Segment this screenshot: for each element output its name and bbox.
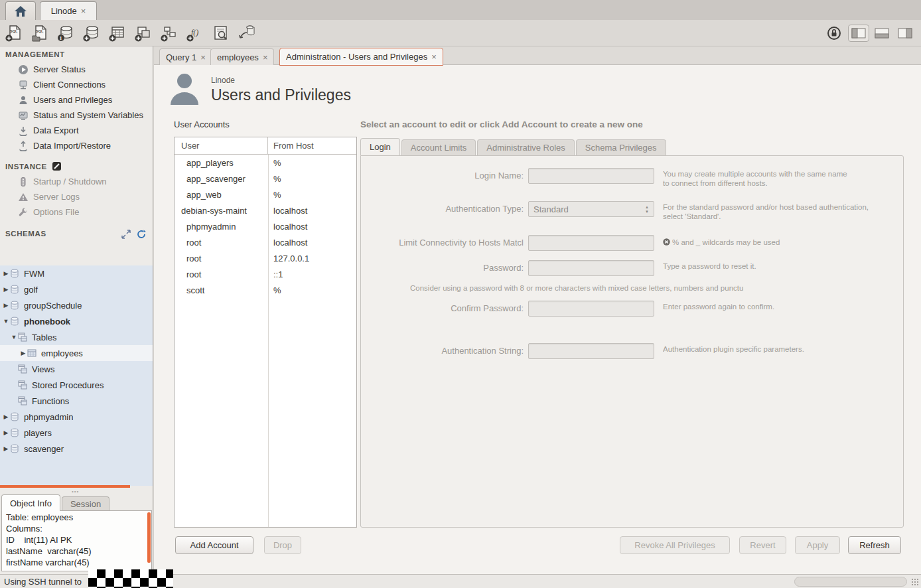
schema-tree-item-scavenger[interactable]: ▶ scavenger [0,441,153,457]
add-account-button[interactable]: Add Account [175,536,253,554]
revoke-all-privileges-button[interactable]: Revoke All Privileges [620,536,730,554]
drop-button[interactable]: Drop [264,536,301,554]
user-accounts-label: User Accounts [174,119,230,129]
schema-tree-item-employees[interactable]: ▶ employees [0,345,153,361]
schema-tree-item-fwm[interactable]: ▶ FWM [0,265,153,281]
create-table-icon[interactable] [109,25,126,42]
tab-session[interactable]: Session [62,496,109,511]
schema-tree-item-groupschedule[interactable]: ▶ groupSchedule [0,297,153,313]
tab-administrative-roles[interactable]: Administrative Roles [477,139,575,155]
apply-button[interactable]: Apply [795,536,840,554]
refresh-schemas-icon[interactable] [137,230,146,239]
tree-scroll-indicator[interactable] [0,485,130,488]
toggle-left-panel-button[interactable] [848,25,869,42]
create-view-icon[interactable] [135,25,152,42]
expand-arrow-icon[interactable]: ▶ [3,286,9,293]
sidebar-item-client-connections[interactable]: Client Connections [0,77,153,92]
close-icon[interactable]: × [200,52,206,62]
sidebar-item-status-system-variables[interactable]: Status and System Variables [0,108,153,123]
select-spinner-icon[interactable]: ▲▼ [643,203,651,216]
expand-schemas-icon[interactable] [121,230,131,239]
expand-arrow-icon[interactable]: ▶ [3,302,9,309]
expand-arrow-icon[interactable]: ▶ [3,429,9,436]
login-name-help: You may create multiple accounts with th… [663,169,847,188]
revert-button[interactable]: Revert [739,536,786,554]
schema-tree-item-functions[interactable]: Functions [0,393,153,409]
auth-string-input[interactable] [528,343,654,359]
schema-tree-item-phonebook[interactable]: ▼ phonebook [0,313,153,329]
expand-arrow-icon[interactable]: ▶ [3,270,9,277]
tab-administration-users-privileges[interactable]: Administration - Users and Privileges × [279,48,443,66]
sidebar-item-server-status[interactable]: Server Status [0,62,153,77]
schema-icon [9,443,20,454]
table-row[interactable]: app_web % [175,186,356,202]
expand-arrow-icon[interactable]: ▶ [3,413,9,420]
close-icon[interactable]: × [263,52,268,62]
sidebar-item-users-and-privileges[interactable]: Users and Privileges [0,92,153,108]
limit-hosts-input[interactable] [528,235,654,251]
toggle-bottom-panel-button[interactable] [871,25,892,42]
object-info-scrollbar[interactable] [147,512,151,563]
sidebar-item-options-file[interactable]: Options File [0,204,153,220]
close-icon[interactable]: × [431,52,437,62]
system-variables-icon [18,110,29,121]
auth-type-select[interactable]: Standard ▲▼ [528,201,654,217]
account-editor-tabs: Login Account Limits Administrative Role… [360,138,666,155]
schema-tree-item-stored-procedures[interactable]: Stored Procedures [0,377,153,393]
sidebar-item-data-export[interactable]: Data Export [0,123,153,138]
auth-type-label: Authentication Type: [361,204,524,214]
tab-account-limits[interactable]: Account Limits [401,139,476,155]
resize-grip[interactable] [911,578,919,586]
home-tab[interactable] [5,1,36,20]
table-header: User From Host [175,137,356,155]
schema-tree-item-players[interactable]: ▶ players [0,425,153,441]
confirm-password-input[interactable] [528,301,654,317]
tab-query-1[interactable]: Query 1 × [159,48,212,65]
sidebar-item-data-import-restore[interactable]: Data Import/Restore [0,138,153,153]
table-row[interactable]: app_players % [175,155,356,171]
login-name-input[interactable] [528,168,654,184]
table-row[interactable]: debian-sys-maint localhost [175,202,356,218]
open-sql-file-icon[interactable]: SQL [31,25,48,42]
table-row[interactable]: app_scavenger % [175,171,356,186]
column-header-from-host[interactable]: From Host [268,141,314,151]
schema-tree-item-phpmyadmin[interactable]: ▶ phpmyadmin [0,409,153,425]
table-row[interactable]: scott % [175,282,356,298]
tab-login[interactable]: Login [360,138,400,155]
sidebar-item-server-logs[interactable]: Server Logs [0,189,153,204]
connection-tab-linode[interactable]: Linode × [40,1,97,20]
collapse-arrow-icon[interactable]: ▼ [3,318,9,325]
reconnect-database-icon[interactable] [238,25,255,42]
home-icon [14,5,27,17]
horizontal-scrollbar[interactable] [794,577,907,587]
schema-icon [9,300,20,311]
schema-tree-item-views[interactable]: Views [0,361,153,377]
sidebar-item-startup-shutdown[interactable]: Startup / Shutdown [0,174,153,189]
tab-employees[interactable]: employees × [210,48,274,65]
table-row[interactable]: root localhost [175,234,356,250]
schema-tree-item-golf[interactable]: ▶ golf [0,281,153,297]
table-row[interactable]: root ::1 [175,266,356,282]
collapse-arrow-icon[interactable]: ▼ [11,334,17,340]
refresh-button[interactable]: Refresh [848,536,901,554]
tab-object-info[interactable]: Object Info [1,494,60,511]
create-procedure-icon[interactable] [161,25,178,42]
create-schema-icon[interactable] [83,25,100,42]
table-row[interactable]: root 127.0.0.1 [175,250,356,266]
lock-status-icon[interactable] [827,26,841,40]
password-input[interactable] [528,260,654,276]
expand-arrow-icon[interactable]: ▶ [3,445,9,452]
new-sql-tab-icon[interactable]: SQL [5,25,23,42]
close-icon[interactable]: × [81,6,86,16]
column-header-user[interactable]: User [175,137,268,155]
create-function-icon[interactable]: f() [186,25,204,42]
expand-arrow-icon[interactable]: ▶ [20,350,27,356]
window-tab-bar: Linode × [0,0,921,20]
table-row[interactable]: phpmyadmin localhost [175,218,356,234]
tab-schema-privileges[interactable]: Schema Privileges [576,139,666,155]
schema-tree-item-tables[interactable]: ▼ Tables [0,329,153,345]
database-info-icon[interactable]: i [57,25,74,42]
toggle-right-panel-button[interactable] [894,25,916,42]
panel-splitter[interactable]: ••• [72,488,82,492]
inspect-database-icon[interactable] [212,25,230,42]
